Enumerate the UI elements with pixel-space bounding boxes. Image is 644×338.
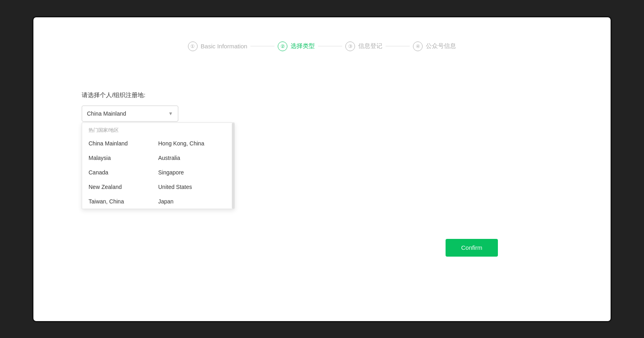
step-3-circle: ③ <box>345 41 355 51</box>
step-3-label: 信息登记 <box>358 42 382 50</box>
dropdown-item-malaysia[interactable]: Malaysia <box>89 151 158 165</box>
registration-label: 请选择个人/组织注册地: <box>82 91 594 99</box>
dropdown-item-taiwan[interactable]: Taiwan, China <box>89 194 158 209</box>
dropdown-item-hongkong[interactable]: Hong Kong, China <box>158 136 228 151</box>
dropdown-grid: China Mainland Hong Kong, China Malaysia… <box>82 136 234 209</box>
step-4-label: 公众号信息 <box>426 42 456 50</box>
dropdown-item-new-zealand[interactable]: New Zealand <box>89 180 158 194</box>
step-2: ② 选择类型 <box>278 41 315 51</box>
step-2-label: 选择类型 <box>291 42 315 50</box>
country-dropdown-wrapper: China Mainland ▼ 热门国家/地区 China Mainland … <box>82 106 178 122</box>
steps-bar: ① Basic Information ② 选择类型 ③ 信息登记 ④ 公众号信… <box>50 41 594 51</box>
dropdown-item-singapore[interactable]: Singapore <box>158 165 228 180</box>
dropdown-item-united-states[interactable]: United States <box>158 180 228 194</box>
dropdown-selected-value: China Mainland <box>87 110 126 117</box>
dropdown-arrow-icon: ▼ <box>168 111 173 116</box>
step-1-circle: ① <box>188 41 198 51</box>
step-3: ③ 信息登记 <box>345 41 382 51</box>
divider-3 <box>386 46 410 46</box>
step-4: ④ 公众号信息 <box>413 41 456 51</box>
divider-2 <box>318 46 342 46</box>
dropdown-menu: 热门国家/地区 China Mainland Hong Kong, China … <box>82 122 235 209</box>
confirm-button[interactable]: Confirm <box>446 239 498 257</box>
step-2-circle: ② <box>278 41 287 51</box>
dropdown-item-australia[interactable]: Australia <box>158 151 228 165</box>
divider-1 <box>250 46 275 46</box>
dropdown-item-canada[interactable]: Canada <box>89 165 158 180</box>
dropdown-item-china-mainland[interactable]: China Mainland <box>89 136 158 151</box>
dropdown-section-header: 热门国家/地区 <box>82 123 234 136</box>
dropdown-item-japan[interactable]: Japan <box>158 194 228 209</box>
step-1-label: Basic Information <box>201 43 248 50</box>
step-4-circle: ④ <box>413 41 423 51</box>
dropdown-scrollbar[interactable] <box>232 123 234 209</box>
main-content: 请选择个人/组织注册地: China Mainland ▼ 热门国家/地区 Ch… <box>50 75 594 141</box>
country-dropdown[interactable]: China Mainland ▼ <box>82 106 178 122</box>
main-frame: ① Basic Information ② 选择类型 ③ 信息登记 ④ 公众号信… <box>32 16 612 322</box>
step-1: ① Basic Information <box>188 41 248 51</box>
